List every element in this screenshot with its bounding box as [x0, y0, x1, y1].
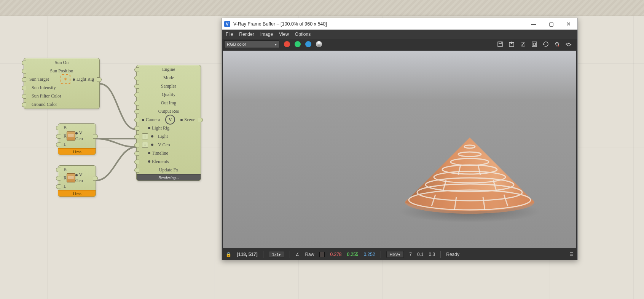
- menu-file[interactable]: File: [226, 32, 233, 37]
- node-row: Out Img: [137, 99, 201, 107]
- toolbar: RGB color: [222, 39, 577, 50]
- sun-icon: ✶: [61, 74, 70, 84]
- package-icon: [67, 173, 75, 182]
- menubar[interactable]: File Render Image View Options: [222, 30, 577, 39]
- menu-image[interactable]: Image: [260, 32, 273, 37]
- svg-rect-1: [499, 42, 501, 44]
- node-input-label: L: [64, 142, 66, 147]
- status-message: Ready: [446, 252, 459, 257]
- status-red-value: 0.278: [330, 252, 341, 257]
- svg-point-6: [558, 45, 559, 46]
- node-row: Sampler: [137, 82, 201, 90]
- status-raw-label: Raw: [305, 252, 314, 257]
- node-sun-light-rig[interactable]: Sun On Sun Position Sun Target ✶ Light R…: [24, 58, 100, 109]
- angle-icon[interactable]: ∠: [295, 252, 300, 257]
- green-channel-button[interactable]: [295, 41, 301, 47]
- window-titlebar[interactable]: V V-Ray Frame Buffer – [100.0% of 960 x …: [222, 18, 577, 30]
- zoom-dropdown[interactable]: 1x1 ▾: [269, 251, 285, 258]
- node-row: Camera V Scene: [137, 115, 201, 124]
- maximize-button[interactable]: ▢: [542, 18, 560, 29]
- mono-channel-button[interactable]: [316, 41, 322, 47]
- window-title: V-Ray Frame Buffer – [100.0% of 960 x 54…: [233, 21, 327, 27]
- app-header-strip: [0, 0, 644, 16]
- refresh-icon[interactable]: [542, 40, 550, 48]
- blue-channel-button[interactable]: [305, 41, 311, 47]
- red-channel-button[interactable]: [284, 41, 290, 47]
- node-input-label: R: [64, 175, 67, 181]
- node-row: ↓V Geo: [137, 141, 201, 149]
- node-row: Output Res: [137, 107, 201, 115]
- node-row: ↓Light: [137, 132, 201, 141]
- menu-render[interactable]: Render: [239, 32, 254, 37]
- node-input-label: L: [64, 184, 66, 189]
- frame-icon[interactable]: [530, 40, 539, 48]
- svg-rect-0: [498, 42, 502, 46]
- expand-down-icon[interactable]: ↓: [142, 142, 148, 148]
- node-input-label: B: [64, 167, 67, 173]
- menu-options[interactable]: Options: [295, 32, 311, 37]
- status-green-value: 0.255: [347, 252, 359, 257]
- node-timing-badge: 11ms: [58, 148, 96, 155]
- node-render[interactable]: Engine Mode Sampler Quality Out Img Outp…: [136, 65, 201, 181]
- node-vgeo-1[interactable]: B R V Geo L 11ms: [58, 123, 96, 155]
- node-row: Sun Filter Color: [24, 92, 99, 100]
- status-coords: [118, 517]: [237, 252, 258, 257]
- statusbar: 🔒 [118, 517] 1x1 ▾ ∠ Raw 0.278 0.255 0.2…: [222, 249, 577, 260]
- minimize-button[interactable]: —: [525, 18, 542, 29]
- status-blue-value: 0.252: [364, 252, 375, 257]
- vray-logo-icon: V: [224, 21, 230, 27]
- render-canvas: [223, 51, 576, 248]
- node-row: Ground Color: [24, 100, 99, 109]
- svg-rect-4: [532, 42, 537, 46]
- close-button[interactable]: ✕: [560, 18, 577, 29]
- node-row: Timeline: [137, 149, 201, 157]
- node-row: Elements: [137, 157, 201, 166]
- node-row: Update Fx: [137, 166, 201, 174]
- status-v-value: 0.3: [429, 252, 435, 257]
- render-viewport[interactable]: [222, 50, 577, 249]
- bucket-icon[interactable]: [553, 40, 561, 48]
- color-mode-dropdown[interactable]: HSV ▾: [386, 251, 404, 258]
- vray-icon: V: [165, 115, 175, 125]
- node-row: Mode: [137, 74, 201, 82]
- node-input-label: B: [64, 125, 67, 131]
- region-icon[interactable]: [519, 40, 527, 48]
- lock-icon[interactable]: 🔒: [226, 252, 231, 257]
- expand-down-icon[interactable]: ↓: [142, 133, 148, 139]
- channel-dropdown[interactable]: RGB color: [224, 40, 279, 48]
- teapot-icon[interactable]: [564, 40, 573, 48]
- node-row: Quality: [137, 90, 201, 99]
- node-status-footer: Rendering...: [137, 174, 201, 181]
- package-icon: [67, 131, 75, 141]
- svg-rect-5: [533, 43, 536, 45]
- node-timing-badge: 11ms: [58, 190, 96, 197]
- node-row: Sun Intensity: [24, 83, 99, 92]
- status-s-value: 0.1: [417, 252, 424, 257]
- node-vgeo-2[interactable]: B R V Geo L 11ms: [58, 165, 96, 197]
- export-icon[interactable]: [507, 40, 516, 48]
- rendered-cone: [394, 130, 546, 225]
- menu-icon[interactable]: ☰: [569, 252, 574, 257]
- color-swatch: [319, 252, 325, 257]
- node-input-label: R: [64, 133, 67, 139]
- node-row: Sun On: [24, 58, 99, 67]
- vray-frame-buffer-window[interactable]: V V-Ray Frame Buffer – [100.0% of 960 x …: [222, 18, 578, 260]
- node-row: Sun Target ✶ Light Rig: [24, 75, 99, 83]
- menu-view[interactable]: View: [279, 32, 289, 37]
- node-row: Sun Position: [24, 67, 99, 75]
- save-icon[interactable]: [496, 40, 504, 48]
- node-row: Engine: [137, 65, 201, 74]
- status-h-value: 7: [409, 252, 412, 257]
- node-row: Light Rig: [137, 124, 201, 132]
